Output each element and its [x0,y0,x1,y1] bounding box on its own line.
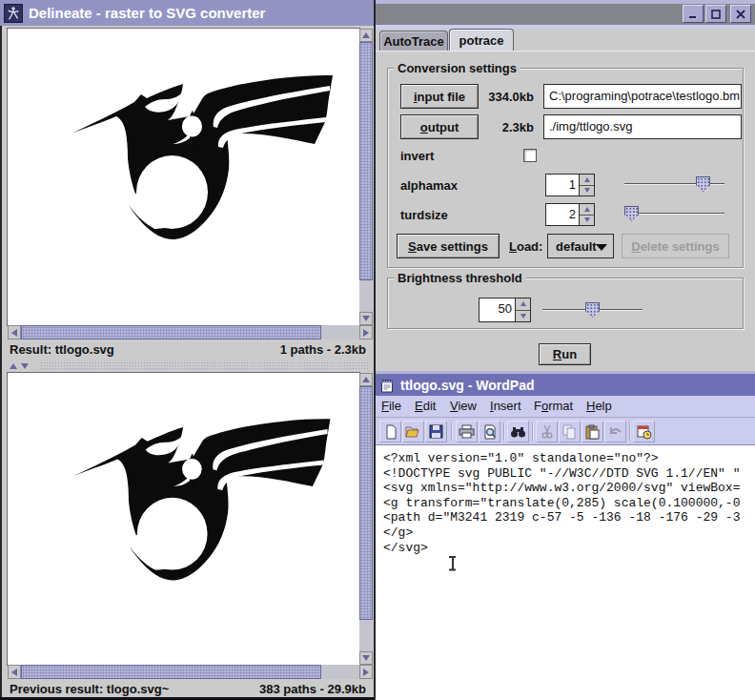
print-preview-button[interactable] [479,421,500,443]
clipboard-paste-icon [585,424,600,440]
brightness-slider[interactable] [542,302,643,318]
window-divider [374,0,376,700]
left-arrow-icon [11,329,17,337]
brightness-value[interactable]: 50 [480,299,515,321]
menu-file[interactable]: File [381,399,401,413]
previous-result-image-panel[interactable] [8,373,359,665]
split-pane-divider[interactable] [2,357,374,373]
result-stats: 1 paths - 2.3kb [280,342,366,357]
title-strip-highlight [376,25,755,29]
previous-horizontal-scrollbar[interactable] [8,665,373,679]
run-button[interactable]: Run [539,343,591,365]
maximize-button[interactable] [705,5,726,23]
load-label: Load: [509,239,542,254]
copy-button[interactable] [559,421,581,443]
open-button[interactable] [402,421,424,443]
scroll-down-button[interactable] [359,312,373,325]
spinner-up-button[interactable] [580,204,594,216]
toolbar-separator [532,422,534,441]
splitter-collapse-down-icon[interactable] [21,363,29,369]
turdsize-value[interactable]: 2 [546,204,579,225]
up-arrow-icon [362,377,370,382]
menu-insert[interactable]: Insert [490,399,521,413]
datetime-button[interactable] [633,421,655,443]
result-image-panel[interactable] [8,29,359,325]
undo-button[interactable] [604,421,626,443]
save-settings-button[interactable]: Save settings [397,234,500,258]
result-status-bar: Result: ttlogo.svg 1 paths - 2.3kb [2,340,374,357]
slider-thumb[interactable] [585,302,600,318]
spinner-up-button[interactable] [580,175,594,186]
wordpad-document-area[interactable]: <?xml version="1.0" standalone="no"?> <!… [376,444,755,700]
scroll-right-button[interactable] [359,665,373,679]
paste-button[interactable] [582,421,603,443]
scrollbar-thumb[interactable] [359,42,373,280]
save-button[interactable] [425,421,447,443]
new-document-button[interactable] [379,421,401,443]
splitter-collapse-up-icon[interactable] [10,363,17,369]
find-button[interactable] [507,421,529,443]
calendar-clock-icon [637,424,652,440]
print-button[interactable] [456,421,478,443]
new-document-icon [383,424,398,440]
menu-format[interactable]: Format [534,399,573,413]
output-file-field[interactable]: ./img/ttlogo.svg [543,114,742,139]
spinner-up-button[interactable] [516,299,530,311]
alphamax-spinner[interactable]: 1 [545,174,595,196]
wordpad-app-icon [379,378,395,393]
menu-view[interactable]: View [450,399,477,413]
delineate-app-icon [4,4,23,23]
binoculars-icon [510,425,526,439]
tab-potrace[interactable]: potrace [449,29,514,51]
minimize-button[interactable] [683,5,704,23]
invert-checkbox[interactable] [523,149,537,162]
cut-button[interactable] [536,421,558,443]
scrollbar-thumb[interactable] [359,386,373,620]
delineate-title-text: Delineate - raster to SVG converter [29,5,265,21]
text-cursor [448,556,457,571]
down-arrow-icon [362,655,370,661]
wordpad-title-bar[interactable]: ttlogo.svg - WordPad [376,374,755,396]
result-vertical-scrollbar[interactable] [359,29,373,325]
scroll-right-button[interactable] [359,325,373,340]
splitter-texture [40,361,368,369]
right-arrow-icon [363,669,369,676]
scroll-up-button[interactable] [359,29,373,42]
result-horizontal-scrollbar[interactable] [8,325,373,340]
alphamax-value[interactable]: 1 [546,175,579,196]
slider-thumb[interactable] [696,176,710,192]
turdsize-slider[interactable] [624,206,724,221]
scroll-down-button[interactable] [359,651,373,665]
scroll-left-button[interactable] [8,325,21,340]
scroll-up-button[interactable] [359,373,373,386]
previous-vertical-scrollbar[interactable] [359,373,373,665]
traced-bird-image [8,29,359,325]
spinner-down-button[interactable] [516,311,530,322]
turdsize-spinner[interactable]: 2 [545,203,595,226]
scrollbar-thumb[interactable] [21,665,321,679]
output-button[interactable]: output [400,114,479,139]
close-button[interactable] [730,5,751,23]
alphamax-slider[interactable] [624,176,724,192]
menu-edit[interactable]: Edit [415,399,436,413]
load-settings-dropdown[interactable]: default [547,234,614,258]
slider-thumb[interactable] [624,206,639,221]
toolbar-separator [451,422,453,441]
spinner-down-button[interactable] [580,216,594,226]
scroll-left-button[interactable] [8,665,21,679]
wordpad-menu-bar: File Edit View Insert Format Help [376,396,755,417]
brightness-spinner[interactable]: 50 [479,298,531,322]
input-file-button[interactable]: input file [400,84,479,109]
spinner-down-button[interactable] [580,186,594,196]
delineate-title-bar[interactable]: Delineate - raster to SVG converter [0,0,376,26]
input-file-size: 334.0kb [471,90,534,104]
wordpad-title-text: ttlogo.svg - WordPad [400,378,535,393]
input-file-field[interactable]: C:\programing\potrace\testlogo.bm [543,84,742,109]
scrollbar-thumb[interactable] [21,325,321,340]
delete-settings-button[interactable]: Delete settings [622,234,729,258]
copy-icon [562,424,577,440]
menu-help[interactable]: Help [586,399,612,413]
print-preview-icon [482,424,498,440]
tab-autotrace[interactable]: AutoTrace [379,31,448,51]
settings-title-strip [376,4,755,25]
